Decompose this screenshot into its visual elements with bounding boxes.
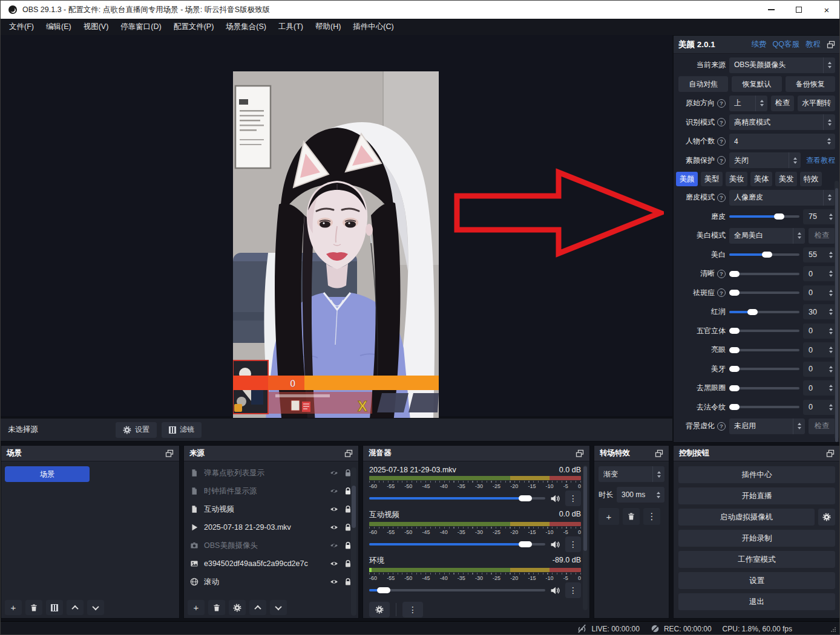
scene-filters-button[interactable]: [46, 600, 63, 615]
tab-hair[interactable]: 美发: [775, 172, 797, 186]
start-recording-button[interactable]: 开始录制: [678, 530, 835, 547]
dark-circle-removal-slider[interactable]: [729, 381, 799, 396]
sources-scrollbar[interactable]: [351, 467, 356, 616]
view-tutorial-link[interactable]: 查看教程: [806, 155, 835, 166]
menu-view[interactable]: 视图(V): [77, 19, 115, 35]
help-icon[interactable]: ?: [717, 270, 726, 278]
advanced-audio-button[interactable]: [369, 602, 390, 617]
smooth-skin-slider[interactable]: [729, 209, 799, 224]
virtual-camera-settings-button[interactable]: [818, 509, 835, 526]
whitening-mode-select[interactable]: 全局美白: [729, 228, 805, 244]
eye-slash-icon[interactable]: [330, 541, 338, 550]
popout-icon[interactable]: [165, 449, 174, 458]
nasolabial-removal-slider[interactable]: [729, 400, 799, 414]
menu-edit[interactable]: 编辑(E): [40, 19, 77, 35]
smooth-mode-select[interactable]: 人像磨皮: [729, 190, 835, 206]
orientation-check-button[interactable]: 检查: [771, 96, 794, 111]
backup-restore-button[interactable]: 备份恢复: [786, 76, 835, 92]
studio-mode-button[interactable]: 工作室模式: [678, 551, 835, 568]
exit-button[interactable]: 退出: [678, 593, 835, 610]
resize-grip[interactable]: [830, 626, 836, 634]
source-filters-button[interactable]: 滤镜: [162, 422, 202, 438]
help-icon[interactable]: ?: [717, 156, 726, 164]
volume-slider[interactable]: [369, 584, 545, 596]
minimize-button[interactable]: [757, 1, 785, 19]
help-icon[interactable]: ?: [717, 288, 726, 297]
source-row[interactable]: OBS美颜摄像头: [184, 536, 358, 555]
transition-options-button[interactable]: ⋮: [643, 508, 660, 525]
volume-slider[interactable]: [369, 538, 545, 550]
eye-icon[interactable]: [330, 523, 338, 532]
add-scene-button[interactable]: +: [5, 600, 22, 615]
person-count-spinbox[interactable]: 4: [729, 134, 835, 149]
settings-button[interactable]: 设置: [678, 572, 835, 589]
speaker-icon[interactable]: [550, 586, 560, 595]
popout-icon[interactable]: [344, 449, 353, 458]
teeth-whitening-value-box[interactable]: 0: [803, 362, 836, 377]
tab-effects[interactable]: 特效: [800, 172, 822, 186]
source-row[interactable]: e394502df49aa5fc2a99cd2e7c: [184, 555, 358, 573]
tab-reshape[interactable]: 美型: [701, 172, 723, 186]
speaker-icon[interactable]: [550, 494, 560, 503]
speaker-icon[interactable]: [550, 540, 560, 549]
move-source-up-button[interactable]: [249, 600, 266, 615]
bare-face-protect-select[interactable]: 关闭: [729, 152, 801, 168]
source-row[interactable]: 滚动: [184, 573, 358, 591]
popout-icon[interactable]: [826, 449, 835, 458]
eye-icon[interactable]: [330, 559, 338, 568]
scrollbar-handle[interactable]: [352, 486, 356, 528]
maximize-button[interactable]: [785, 1, 813, 19]
help-icon[interactable]: ?: [717, 194, 726, 202]
start-virtual-camera-button[interactable]: 启动虚拟摄像机: [678, 509, 815, 526]
source-row[interactable]: 时钟插件显示源: [184, 482, 358, 500]
add-transition-button[interactable]: +: [599, 508, 619, 525]
tab-body[interactable]: 美体: [750, 172, 772, 186]
popout-icon[interactable]: [655, 449, 663, 458]
close-button[interactable]: ×: [813, 1, 840, 19]
source-row[interactable]: 弹幕点歌列表显示: [184, 464, 358, 482]
qq-support-link[interactable]: QQ客服: [773, 39, 799, 50]
help-icon[interactable]: ?: [717, 118, 726, 126]
background-blur-select[interactable]: 未启用: [729, 418, 805, 434]
background-blur-check-button[interactable]: 检查: [809, 418, 835, 434]
menu-help[interactable]: 帮助(H): [309, 19, 347, 35]
blemish-removal-value-box[interactable]: 0: [803, 285, 836, 301]
beauty-panel-scrollbar[interactable]: [835, 181, 839, 439]
eye-slash-icon[interactable]: [330, 487, 338, 495]
blemish-removal-slider[interactable]: [729, 285, 799, 300]
plugin-center-button[interactable]: 插件中心: [678, 466, 835, 483]
add-source-button[interactable]: +: [188, 600, 205, 615]
help-icon[interactable]: ?: [717, 137, 726, 146]
move-source-down-button[interactable]: [270, 600, 287, 615]
remove-transition-button[interactable]: [623, 508, 640, 525]
renew-link[interactable]: 续费: [752, 39, 767, 50]
clarity-slider[interactable]: [729, 267, 799, 281]
move-scene-up-button[interactable]: [67, 600, 84, 615]
menu-profile[interactable]: 配置文件(P): [168, 19, 220, 35]
source-row[interactable]: 2025-07-18 21-29-03.mkv: [184, 518, 358, 536]
source-row[interactable]: 互动视频: [184, 500, 358, 518]
dark-circle-removal-value-box[interactable]: 0: [803, 380, 836, 396]
transition-select[interactable]: 渐变: [599, 466, 664, 482]
channel-options-button[interactable]: ⋮: [565, 536, 581, 552]
start-streaming-button[interactable]: 开始直播: [678, 487, 835, 504]
menu-plugin-center[interactable]: 插件中心(C): [347, 19, 399, 35]
bright-eyes-slider[interactable]: [729, 343, 799, 357]
eye-icon[interactable]: [330, 578, 338, 586]
mixer-options-button[interactable]: ⋮: [402, 602, 423, 617]
scrollbar-handle[interactable]: [835, 188, 838, 442]
menu-scene-collection[interactable]: 场景集合(S): [220, 19, 272, 35]
duration-spinbox[interactable]: 300 ms: [617, 487, 664, 503]
rosy-slider[interactable]: [729, 305, 799, 319]
whitening-slider[interactable]: [729, 247, 799, 262]
orientation-select[interactable]: 上: [729, 96, 767, 111]
menu-tools[interactable]: 工具(T): [272, 19, 309, 35]
teeth-whitening-slider[interactable]: [729, 362, 799, 376]
channel-options-button[interactable]: ⋮: [565, 490, 581, 506]
tab-beauty[interactable]: 美颜: [676, 172, 698, 186]
restore-defaults-button[interactable]: 恢复默认: [732, 76, 781, 92]
help-icon[interactable]: ?: [717, 422, 726, 431]
face-3d-slider[interactable]: [729, 324, 799, 338]
help-icon[interactable]: ?: [717, 99, 726, 108]
detect-mode-select[interactable]: 高精度模式: [729, 114, 835, 130]
